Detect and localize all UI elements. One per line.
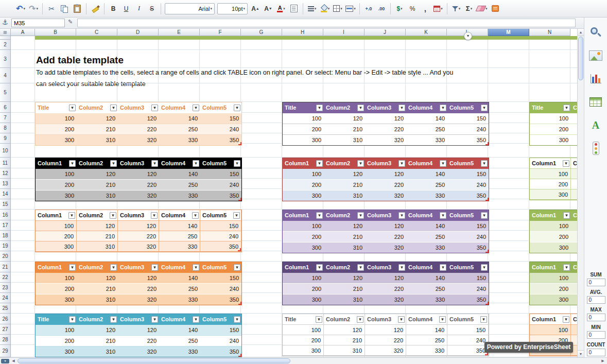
row-header-19[interactable]: 19 — [0, 241, 11, 251]
row-header-22[interactable]: 22 — [0, 272, 11, 283]
table-cell[interactable]: 150 — [200, 113, 241, 124]
table-header-cell[interactable]: Column3▼ — [118, 210, 159, 221]
table-header-cell[interactable]: Column5▼ — [200, 158, 241, 169]
row-header-18[interactable]: 18 — [0, 231, 11, 241]
row-header-6[interactable]: 6 — [0, 102, 11, 113]
column-filter-button[interactable]: ▼ — [398, 105, 405, 111]
table-cell[interactable]: 300 — [530, 242, 571, 253]
column-filter-button[interactable]: ▼ — [193, 264, 199, 271]
format-painter-button[interactable] — [89, 3, 101, 15]
table-cell[interactable]: 320 — [365, 190, 406, 201]
column-filter-button[interactable]: ▼ — [110, 105, 117, 111]
column-filter-button[interactable]: ▼ — [563, 264, 570, 271]
table-cell[interactable]: 100 — [530, 273, 571, 283]
table-cell[interactable]: 100 — [36, 325, 77, 335]
row-header-16[interactable]: 16 — [0, 210, 11, 220]
table-header-cell[interactable]: Column4▼ — [406, 262, 447, 273]
table-cell[interactable]: 200 — [36, 180, 77, 190]
table-cell[interactable]: 200 — [36, 336, 77, 346]
table-cell[interactable]: 150 — [200, 273, 241, 283]
table-header-cell[interactable]: Column5▼ — [200, 262, 241, 273]
table-cell[interactable]: 310 — [324, 190, 365, 201]
table-cell[interactable]: 220 — [365, 180, 406, 190]
column-header-K[interactable]: K — [406, 29, 447, 36]
table-cell[interactable]: 350 — [447, 242, 489, 253]
table-cell[interactable]: 150 — [200, 169, 241, 179]
table-header-cell[interactable]: Column2▼ — [324, 158, 365, 169]
table-header-cell[interactable]: Column5▼ — [447, 210, 489, 221]
table-header-cell[interactable]: Column4▼ — [159, 262, 200, 273]
table-cell[interactable]: 240 — [200, 124, 241, 134]
table-header-cell[interactable]: Column3▼ — [365, 210, 406, 221]
column-filter-button[interactable]: ▼ — [69, 316, 76, 323]
table-cell[interactable]: 100 — [283, 325, 324, 335]
table-cell[interactable]: 210 — [571, 284, 577, 294]
table-header-cell[interactable]: Title▼ — [283, 102, 324, 113]
table-cell[interactable]: 300 — [283, 242, 324, 253]
column-filter-button[interactable]: ▼ — [316, 316, 322, 323]
row-header-1[interactable] — [0, 36, 11, 40]
table-header-cell[interactable]: Column3▼ — [118, 102, 159, 113]
table-cell[interactable]: 300 — [36, 294, 77, 305]
table-cell[interactable]: 300 — [36, 135, 77, 145]
column-filter-button[interactable]: ▼ — [110, 160, 117, 167]
table-cell[interactable]: 140 — [406, 273, 447, 283]
font-family-select[interactable]: Arial▾ — [165, 3, 215, 14]
row-header-2[interactable]: 2 — [0, 40, 11, 50]
column-header-J[interactable]: J — [365, 29, 406, 36]
column-filter-button[interactable]: ▼ — [316, 160, 323, 167]
table-cell[interactable]: 220 — [365, 284, 406, 294]
table-header-cell[interactable]: Column2▼ — [571, 158, 577, 169]
table-cell[interactable]: 310 — [571, 242, 577, 253]
table-cell[interactable]: 100 — [530, 113, 571, 124]
table-header-cell[interactable]: Column4▼ — [159, 210, 200, 221]
table-cell[interactable]: 150 — [447, 325, 489, 335]
table-cell[interactable]: 350 — [447, 345, 489, 356]
table-cell[interactable]: 100 — [36, 273, 77, 283]
zoom-button[interactable] — [584, 24, 607, 41]
table-cell[interactable]: 250 — [406, 232, 447, 242]
table-cell[interactable]: 120 — [118, 325, 159, 335]
borders-button[interactable]: ▾ — [332, 3, 344, 15]
column-filter-button[interactable]: ▼ — [440, 264, 446, 271]
table-cell[interactable]: 250 — [159, 284, 200, 294]
column-filter-button[interactable]: ▼ — [357, 264, 364, 271]
table-cell[interactable]: 320 — [118, 346, 159, 357]
table-cell[interactable]: 120 — [365, 325, 406, 335]
autosum-button[interactable]: Σ▾ — [463, 3, 475, 15]
column-filter-button[interactable]: ▼ — [481, 160, 488, 167]
table-cell[interactable]: 240 — [200, 336, 241, 346]
row-header-8[interactable]: 8 — [0, 123, 11, 133]
italic-button[interactable]: I — [133, 3, 145, 15]
table-cell[interactable]: 220 — [118, 231, 159, 241]
table-header-cell[interactable]: Column3▼ — [365, 314, 406, 325]
row-header-15[interactable]: 15 — [0, 199, 11, 210]
table-cell[interactable]: 300 — [530, 294, 571, 305]
column-filter-button[interactable]: ▼ — [316, 264, 323, 271]
table-cell[interactable]: 100 — [283, 113, 324, 124]
table-cell[interactable]: 100 — [283, 273, 324, 283]
table-header-cell[interactable]: Column2▼ — [571, 210, 577, 221]
row-header-29[interactable]: 29 — [0, 345, 11, 357]
table-cell[interactable]: 220 — [118, 336, 159, 346]
name-box[interactable] — [11, 19, 65, 27]
table-cell[interactable]: 330 — [159, 241, 200, 252]
table-template-button[interactable] — [584, 94, 607, 110]
column-filter-button[interactable]: ▼ — [563, 212, 570, 219]
table-cell[interactable]: 120 — [77, 221, 118, 231]
table-cell[interactable]: 120 — [77, 169, 118, 179]
column-filter-button[interactable]: ▼ — [563, 105, 570, 111]
column-header-H[interactable]: H — [282, 29, 323, 36]
table-cell[interactable]: 210 — [324, 180, 365, 190]
undo-button[interactable]: ↶▾ — [14, 3, 27, 15]
percent-format-button[interactable]: % — [406, 3, 419, 15]
row-header-3[interactable]: 3 — [0, 50, 11, 68]
table-cell[interactable]: 200 — [530, 124, 571, 134]
scroll-right-arrow-icon[interactable]: ▶ — [600, 358, 606, 363]
table-cell[interactable]: 120 — [365, 169, 406, 179]
table-cell[interactable]: 310 — [571, 294, 577, 305]
cut-button[interactable]: ✂ — [45, 3, 58, 15]
clear-button[interactable]: ▾ — [476, 3, 489, 15]
table-cell[interactable]: 200 — [36, 284, 77, 294]
table-cell[interactable]: 210 — [571, 179, 577, 189]
